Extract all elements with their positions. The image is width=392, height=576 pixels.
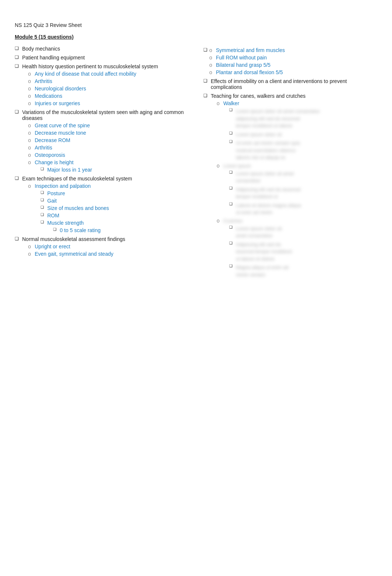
list-item: Bilateral hand grasp 5/5 [209,62,377,68]
list-item-blurred: Adipiscing elit sed do eiusmod tempor in… [229,241,377,263]
exam-sublist: Inspection and palpation Posture Gait Si… [22,183,189,233]
list-item-patient-handling: Patient handling equipment [15,55,189,61]
list-item: Great curve of the spine [28,123,189,128]
list-item: Neurological disorders [28,86,189,92]
list-item-body-mechanics: Body mechanics [15,46,189,52]
list-item-normal-continued: Symmetrical and firm muscles Full ROM wi… [203,47,377,75]
list-item: 0 to 5 scale rating [53,227,189,233]
list-item: Injuries or surgeries [28,100,189,106]
list-item: Muscle strength 0 to 5 scale rating [41,220,189,233]
list-item-exam-techniques: Exam techniques of the musculoskeletal s… [15,176,189,233]
list-item: Inspection and palpation Posture Gait Si… [28,183,189,233]
variations-sublist: Great curve of the spine Decrease muscle… [22,123,189,173]
list-item-blurred: Labore et dolore magna aliqua ut enim ad… [229,202,377,216]
list-item-blurred: Adipiscing elit sed do eiusmod tempor in… [229,186,377,200]
list-item: Any kind of disease that could affect mo… [28,71,189,77]
list-item: Size of muscles and bones [41,205,189,211]
list-item: Decrease muscle tone [28,130,189,136]
module-title: Module 5 (15 questions) [15,34,377,40]
list-item: Major loss in 1 year [41,167,189,173]
list-item: Full ROM without pain [209,55,377,61]
page-title: NS 125 Quiz 3 Review Sheet [15,22,377,28]
normal-continued-sublist: Symmetrical and firm muscles Full ROM wi… [203,47,377,75]
list-item: Arthritis [28,145,189,151]
health-history-sublist: Any kind of disease that could affect mo… [22,71,189,106]
list-item-blurred: Crutches Lorem ipsum dolor sit amet cons… [217,218,377,279]
teaching-sublist: Walker Lorem ipsum dolor sit amet consec… [211,100,377,278]
list-item: Arthritis [28,78,189,84]
list-item-blurred: Lorem ipsum dolor sit amet consectetur a… [229,108,377,130]
list-item-effects: Effects of immobility on a client and in… [203,78,377,90]
list-item: ROM [41,213,189,218]
main-list: Body mechanics Patient handling equipmen… [15,46,189,257]
normal-findings-sublist: Upright or erect Even gait, symmetrical … [22,244,189,257]
list-item-blurred: Lorem ipsum dolor sit amet consectetur [229,225,377,239]
list-item-variations: Variations of the musculoskeletal system… [15,109,189,173]
right-column: Symmetrical and firm muscles Full ROM wi… [203,46,377,281]
list-item: Decrease ROM [28,137,189,143]
list-item: Change is height Major loss in 1 year [28,159,189,173]
left-column: Body mechanics Patient handling equipmen… [15,46,189,281]
list-item: Osteoporosis [28,152,189,158]
list-item: Posture [41,190,189,196]
list-item: Plantar and dorsal flexion 5/5 [209,69,377,75]
list-item-blurred: Lorem ipsum Lorem ipsum dolor sit amet c… [217,163,377,216]
right-main-list: Symmetrical and firm muscles Full ROM wi… [203,47,377,278]
list-item-blurred: Ut enim ad minim veniam quis nostrud exe… [229,139,377,161]
list-item: Upright or erect [28,244,189,249]
list-item-normal-findings: Normal musculoskeletal assessment findin… [15,236,189,257]
list-item-health-history: Health history question pertinent to mus… [15,63,189,106]
list-item-walker: Walker Lorem ipsum dolor sit amet consec… [217,100,377,161]
list-item: Medications [28,93,189,99]
list-item-teaching: Teaching for canes, walkers and crutches… [203,93,377,278]
list-item: Even gait, symmetrical and steady [28,251,189,257]
list-item-blurred: Lorem ipsum dolor sit amet consectetur [229,170,377,184]
list-item-blurred: Magna aliqua ut enim ad minim veniam [229,264,377,278]
list-item: Gait [41,198,189,204]
list-item-blurred: Lorem ipsum dolor sit [229,131,377,138]
list-item: Symmetrical and firm muscles [209,47,377,53]
